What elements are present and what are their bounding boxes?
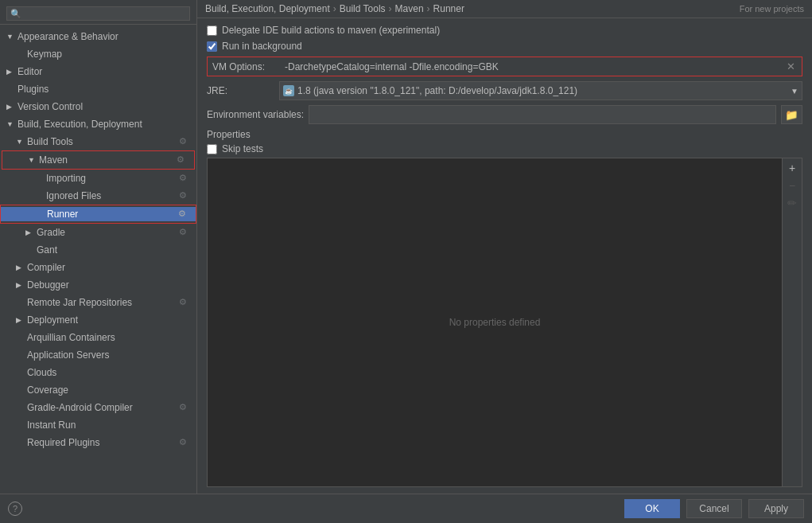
chevron-down-icon: ▼	[6, 120, 16, 128]
sidebar-item-label: Instant Run	[27, 420, 76, 431]
jre-row: JRE: ☕ 1.8 (java version "1.8.0_121", pa…	[207, 81, 802, 100]
sidebar-item-remote-jar[interactable]: ▶ Remote Jar Repositories ⚙	[0, 294, 196, 311]
sidebar-item-build-exec[interactable]: ▼ Build, Execution, Deployment	[0, 115, 196, 133]
sidebar-item-label: Keymap	[27, 49, 62, 60]
chevron-down-icon: ▼	[6, 33, 16, 41]
apply-button[interactable]: Apply	[748, 499, 804, 518]
properties-area: No properties defined	[207, 158, 783, 487]
remove-property-button[interactable]: −	[784, 178, 800, 193]
jre-select-text: ☕ 1.8 (java version "1.8.0_121", path: D…	[283, 85, 577, 96]
edit-property-button[interactable]: ✏	[784, 195, 800, 211]
sidebar-item-required-plugins[interactable]: ▶ Required Plugins ⚙	[0, 434, 196, 451]
sidebar-item-version-control[interactable]: ▶ Version Control	[0, 98, 196, 115]
help-button[interactable]: ?	[8, 502, 22, 516]
sidebar-item-label: Appearance & Behavior	[17, 31, 118, 42]
chevron-right-icon: ▶	[16, 316, 25, 324]
breadcrumb: Build, Execution, Deployment › Build Too…	[197, 0, 812, 18]
env-vars-input[interactable]	[309, 105, 776, 124]
add-property-button[interactable]: +	[784, 160, 800, 176]
gear-icon: ⚙	[179, 227, 190, 238]
properties-toolbar: + − ✏	[783, 158, 802, 487]
delegate-checkbox-row: Delegate IDE build actions to maven (exp…	[207, 25, 802, 36]
clear-icon[interactable]: ✕	[785, 60, 797, 72]
gear-icon: ⚙	[179, 190, 190, 201]
breadcrumb-note: For new projects	[740, 4, 804, 14]
sidebar-item-editor[interactable]: ▶ Editor	[0, 63, 196, 80]
sidebar-item-clouds[interactable]: ▶ Clouds	[0, 364, 196, 381]
sidebar-item-keymap[interactable]: ▶ Keymap	[0, 45, 196, 63]
sidebar-item-importing[interactable]: ▶ Importing ⚙	[0, 170, 196, 187]
breadcrumb-sep-3: ›	[427, 3, 430, 14]
sidebar-item-label: Plugins	[17, 84, 49, 95]
sidebar-item-coverage[interactable]: ▶ Coverage	[0, 381, 196, 399]
sidebar-item-appearance[interactable]: ▼ Appearance & Behavior	[0, 28, 196, 45]
search-input[interactable]	[6, 6, 190, 21]
jre-label: JRE:	[207, 85, 274, 96]
env-vars-label: Environment variables:	[207, 109, 304, 120]
settings-dialog: ▼ Appearance & Behavior ▶ Keymap ▶ Edito…	[0, 0, 812, 523]
gear-icon: ⚙	[179, 402, 190, 413]
breadcrumb-sep-1: ›	[333, 3, 336, 14]
sidebar-item-debugger[interactable]: ▶ Debugger	[0, 276, 196, 294]
sidebar-item-label: Required Plugins	[27, 437, 99, 448]
breadcrumb-item-3: Maven	[395, 3, 424, 14]
skip-tests-checkbox[interactable]	[207, 144, 217, 154]
jre-icon: ☕	[283, 85, 294, 96]
gear-icon: ⚙	[179, 173, 190, 184]
sidebar-item-label: Debugger	[27, 279, 69, 291]
env-vars-row: Environment variables: 📁	[207, 105, 802, 124]
sidebar-item-label: Remote Jar Repositories	[27, 297, 132, 308]
sidebar-item-label: Gradle	[37, 227, 65, 238]
ok-button[interactable]: OK	[624, 499, 680, 518]
gear-icon: ⚙	[179, 297, 190, 308]
sidebar-item-plugins[interactable]: ▶ Plugins	[0, 80, 196, 98]
delegate-checkbox[interactable]	[207, 25, 217, 36]
sidebar-item-arquillian[interactable]: ▶ Arquillian Containers	[0, 329, 196, 346]
sidebar-search-container[interactable]	[0, 3, 196, 25]
sidebar-item-deployment[interactable]: ▶ Deployment	[0, 311, 196, 329]
sidebar-item-label: Gant	[37, 244, 57, 256]
sidebar-item-label: Deployment	[27, 314, 78, 326]
sidebar-item-label: Coverage	[27, 384, 68, 396]
sidebar-item-gradle-android[interactable]: ▶ Gradle-Android Compiler ⚙	[0, 399, 196, 416]
sidebar-item-label: Version Control	[17, 101, 83, 112]
cancel-button[interactable]: Cancel	[686, 499, 742, 518]
skip-tests-row: Skip tests	[207, 143, 802, 154]
sidebar-item-label: Compiler	[27, 262, 65, 273]
sidebar-item-label: Ignored Files	[46, 190, 101, 201]
breadcrumb-sep-2: ›	[389, 3, 392, 14]
folder-icon: 📁	[785, 109, 798, 121]
jre-value: 1.8 (java version "1.8.0_121", path: D:/…	[297, 85, 577, 96]
sidebar-item-build-tools[interactable]: ▼ Build Tools ⚙	[0, 133, 196, 150]
chevron-right-icon: ▶	[25, 228, 35, 236]
breadcrumb-item-1: Build, Execution, Deployment	[205, 3, 330, 14]
vm-options-label: VM Options:	[212, 61, 280, 72]
breadcrumb-item-4: Runner	[433, 3, 464, 14]
jre-select[interactable]: ☕ 1.8 (java version "1.8.0_121", path: D…	[279, 81, 802, 100]
sidebar-item-label: Clouds	[27, 367, 56, 378]
sidebar-item-maven[interactable]: ▼ Maven ⚙	[2, 150, 195, 170]
run-background-row: Run in background	[207, 41, 802, 52]
dialog-body: ▼ Appearance & Behavior ▶ Keymap ▶ Edito…	[0, 0, 812, 494]
sidebar-item-app-servers[interactable]: ▶ Application Servers	[0, 346, 196, 364]
sidebar-item-compiler[interactable]: ▶ Compiler	[0, 259, 196, 276]
sidebar-item-label: Maven	[39, 154, 68, 166]
env-vars-browse-button[interactable]: 📁	[781, 105, 802, 124]
sidebar-item-gradle[interactable]: ▶ Gradle ⚙	[0, 224, 196, 241]
dialog-footer: ? OK Cancel Apply	[0, 494, 812, 523]
run-background-label: Run in background	[222, 41, 302, 52]
sidebar-item-ignored-files[interactable]: ▶ Ignored Files ⚙	[0, 187, 196, 205]
sidebar-item-gant[interactable]: ▶ Gant	[0, 241, 196, 259]
chevron-down-icon: ▼	[28, 156, 37, 164]
sidebar-item-instant-run[interactable]: ▶ Instant Run	[0, 416, 196, 434]
gear-icon: ⚙	[179, 136, 190, 147]
properties-body: No properties defined + − ✏	[207, 158, 802, 487]
run-background-checkbox[interactable]	[207, 41, 217, 52]
chevron-down-icon: ▼	[16, 138, 25, 146]
vm-options-input[interactable]	[285, 61, 780, 72]
sidebar-item-label: Build, Execution, Deployment	[17, 119, 142, 130]
sidebar-item-runner[interactable]: ▶ Runner ⚙	[0, 205, 196, 224]
sidebar-item-label: Arquillian Containers	[27, 332, 115, 343]
properties-label: Properties	[207, 129, 802, 140]
sidebar-item-label: Build Tools	[27, 136, 73, 147]
